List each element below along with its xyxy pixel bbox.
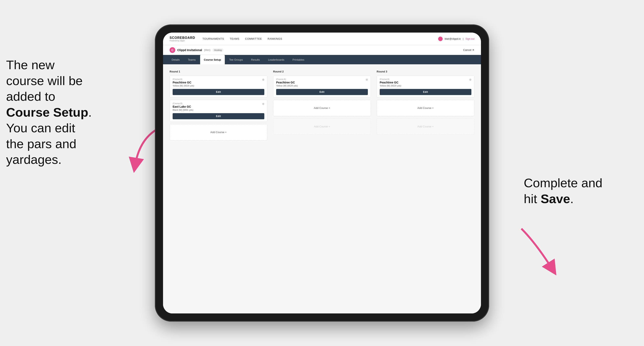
round-2-label: Round 2 — [273, 70, 371, 73]
tablet-frame: SCOREBOARD Powered by clippd TOURNAMENTS… — [155, 24, 489, 322]
cancel-button[interactable]: Cancel ✕ — [463, 48, 474, 51]
round-2-col: Round 2 ⊗ (Course A) Peachtree GC Yellow… — [273, 70, 371, 143]
round-3-label: Round 3 — [376, 70, 474, 73]
round3-add-course-card[interactable]: Add Course + — [376, 100, 474, 116]
tournament-badge: Hosting — [212, 48, 223, 52]
logo-sub: Powered by clippd — [170, 40, 195, 42]
round-3-col: Round 3 ⊗ (Course A) Peachtree GC Yellow… — [376, 70, 474, 143]
tab-tee-groups[interactable]: Tee Groups — [226, 55, 246, 64]
round3-course-a-delete-icon[interactable]: ⊗ — [468, 78, 472, 81]
nav-committee[interactable]: COMMITTEE — [245, 37, 262, 40]
tournament-logo: C — [170, 47, 175, 53]
round3-course-a-edit-button[interactable]: Edit — [380, 89, 472, 95]
round3-course-a-tee: Yellow (M) (6629 yds) — [380, 84, 472, 87]
nav-rankings[interactable]: RANKINGS — [268, 37, 282, 40]
round2-course-a-delete-icon[interactable]: ⊗ — [365, 78, 369, 81]
round3-course-a-label: (Course A) — [380, 78, 472, 80]
sign-out-link[interactable]: Sign out — [466, 37, 474, 40]
scoreboard-logo: SCOREBOARD Powered by clippd — [170, 36, 195, 42]
round2-course-a-tee: Yellow (M) (6629 yds) — [276, 84, 368, 87]
tab-details[interactable]: Details — [168, 55, 184, 64]
tournament-type: (Men) — [204, 49, 210, 51]
round3-add-course-text: Add Course + — [418, 106, 434, 110]
round1-add-course-text: Add Course + — [210, 131, 226, 134]
separator: | — [463, 37, 464, 40]
tab-printables[interactable]: Printables — [289, 55, 308, 64]
tab-nav: Details Teams Course Setup Tee Groups Re… — [163, 55, 481, 64]
tournament-bar: C Clippd Invitational (Men) Hosting Canc… — [163, 45, 481, 55]
nav-teams[interactable]: TEAMS — [230, 37, 239, 40]
tab-results[interactable]: Results — [248, 55, 264, 64]
round2-add-course-disabled-card: Add Course + — [273, 118, 371, 135]
round3-course-a-card: ⊗ (Course A) Peachtree GC Yellow (M) (66… — [376, 75, 474, 98]
tournament-info: C Clippd Invitational (Men) Hosting — [170, 47, 223, 53]
round1-course-a-label: (Course A) — [172, 78, 264, 80]
arrow-right-icon — [510, 224, 566, 281]
round2-course-a-edit-button[interactable]: Edit — [276, 89, 368, 95]
round2-add-course-card[interactable]: Add Course + — [273, 100, 371, 116]
top-nav-links: TOURNAMENTS TEAMS COMMITTEE RANKINGS — [202, 37, 438, 40]
round1-add-course-card[interactable]: Add Course + — [170, 124, 268, 141]
round2-course-a-name: Peachtree GC — [276, 81, 368, 84]
user-email: blair@clippd.io — [445, 37, 461, 40]
rounds-grid: Round 1 ⊗ (Course A) Peachtree GC Yellow… — [170, 70, 474, 143]
main-content: Round 1 ⊗ (Course A) Peachtree GC Yellow… — [163, 64, 481, 314]
round2-add-course-disabled-text: Add Course + — [314, 125, 330, 128]
tab-leaderboards[interactable]: Leaderboards — [264, 55, 288, 64]
round3-add-course-disabled-text: Add Course + — [418, 125, 434, 128]
tablet-screen: SCOREBOARD Powered by clippd TOURNAMENTS… — [163, 32, 481, 314]
user-avatar-icon — [438, 37, 443, 41]
round1-course-b-label: (Course B) — [172, 102, 264, 105]
round3-course-a-name: Peachtree GC — [380, 81, 472, 84]
round1-course-b-delete-icon[interactable]: ⊗ — [262, 102, 265, 106]
round2-add-course-text: Add Course + — [314, 106, 330, 110]
annotation-right: Complete and hit Save. — [524, 175, 638, 207]
round-1-label: Round 1 — [170, 70, 268, 73]
tab-teams[interactable]: Teams — [184, 55, 199, 64]
round1-course-b-tee: Black (M) (6891 yds) — [172, 109, 264, 111]
round3-add-course-disabled-card: Add Course + — [376, 118, 474, 135]
round1-course-a-tee: Yellow (M) (6629 yds) — [172, 84, 264, 87]
round1-course-b-card: ⊗ (Course B) East Lake GC Black (M) (689… — [170, 100, 268, 122]
annotation-left: The new course will be added to Course S… — [6, 57, 132, 168]
tab-course-setup[interactable]: Course Setup — [200, 55, 225, 64]
round2-course-a-label: (Course A) — [276, 78, 368, 80]
round2-course-a-card: ⊗ (Course A) Peachtree GC Yellow (M) (66… — [273, 75, 371, 98]
top-nav: SCOREBOARD Powered by clippd TOURNAMENTS… — [163, 32, 481, 45]
round1-course-a-name: Peachtree GC — [172, 81, 264, 84]
round1-course-a-card: ⊗ (Course A) Peachtree GC Yellow (M) (66… — [170, 75, 268, 98]
round1-course-a-delete-icon[interactable]: ⊗ — [262, 78, 265, 81]
tournament-name: Clippd Invitational — [177, 48, 202, 52]
top-nav-right: blair@clippd.io | Sign out — [438, 37, 474, 41]
round1-course-b-edit-button[interactable]: Edit — [172, 113, 264, 119]
logo-title: SCOREBOARD — [170, 36, 195, 40]
round1-course-b-name: East Lake GC — [172, 105, 264, 108]
nav-tournaments[interactable]: TOURNAMENTS — [202, 37, 224, 40]
round1-course-a-edit-button[interactable]: Edit — [172, 89, 264, 95]
round-1-col: Round 1 ⊗ (Course A) Peachtree GC Yellow… — [170, 70, 268, 143]
